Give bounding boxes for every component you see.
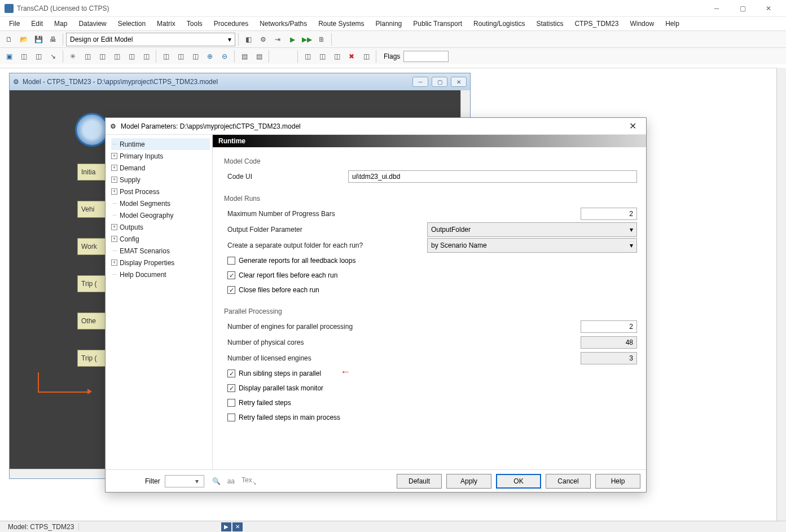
maximize-button[interactable]: ▢: [730, 0, 756, 17]
tree-item[interactable]: Model Geography: [111, 209, 210, 221]
tool-icon-17[interactable]: ✖: [345, 50, 358, 63]
mdi-minimize-button[interactable]: ─: [412, 77, 428, 87]
tool-icon-16[interactable]: ◫: [330, 50, 344, 63]
expand-icon[interactable]: +: [111, 153, 117, 159]
tool-icon-13[interactable]: ▤: [252, 50, 266, 63]
menu-edit[interactable]: Edit: [25, 18, 49, 29]
tool-icon-15[interactable]: ◫: [315, 50, 329, 63]
tool-icon-9[interactable]: ◫: [159, 50, 173, 63]
menu-networks[interactable]: Networks/Paths: [254, 18, 313, 29]
clear-checkbox[interactable]: ✓: [227, 271, 235, 279]
menu-statistics[interactable]: Statistics: [530, 18, 569, 29]
ok-button[interactable]: OK: [496, 474, 541, 489]
menu-matrix[interactable]: Matrix: [151, 18, 181, 29]
fast-forward-icon[interactable]: ▶▶: [300, 33, 314, 46]
model-mode-combo[interactable]: Design or Edit Model ▾: [66, 33, 235, 46]
tool-icon-2[interactable]: ◫: [32, 50, 45, 63]
tool-icon-1[interactable]: ◫: [17, 50, 30, 63]
status-play-icon[interactable]: ▶: [221, 522, 231, 531]
status-close-icon[interactable]: ✕: [232, 522, 243, 531]
menu-file[interactable]: File: [3, 18, 25, 29]
workspace-scrollbar[interactable]: [776, 68, 786, 521]
menu-public-transport[interactable]: Public Transport: [407, 18, 468, 29]
tool-icon-14[interactable]: ◫: [301, 50, 314, 63]
tree-item[interactable]: +Supply: [111, 174, 210, 186]
dialog-close-button[interactable]: ✕: [623, 120, 642, 133]
help-button[interactable]: Help: [595, 474, 640, 489]
tool-icon-11[interactable]: ◫: [188, 50, 202, 63]
tree-item[interactable]: +Outputs: [111, 221, 210, 233]
dialog-titlebar[interactable]: ⚙ Model Parameters: D:\apps\myproject\CT…: [106, 118, 646, 135]
chevron-down-icon[interactable]: ▾: [195, 477, 199, 485]
menu-window[interactable]: Window: [624, 18, 660, 29]
print-icon[interactable]: 🖶: [46, 33, 60, 46]
open-icon[interactable]: 📂: [17, 33, 30, 46]
menu-route-systems[interactable]: Route Systems: [313, 18, 370, 29]
apply-button[interactable]: Apply: [446, 474, 491, 489]
cancel-button[interactable]: Cancel: [546, 474, 591, 489]
menu-tools[interactable]: Tools: [181, 18, 208, 29]
code-ui-input[interactable]: [348, 170, 637, 183]
tool-icon-12[interactable]: ▤: [238, 50, 251, 63]
close-checkbox[interactable]: ✓: [227, 286, 235, 294]
case-icon[interactable]: aa: [227, 477, 235, 485]
toolbar-icon-c[interactable]: 🗎: [315, 33, 328, 46]
select-rect-icon[interactable]: ▣: [2, 50, 16, 63]
save-icon[interactable]: 💾: [32, 33, 45, 46]
tool-icon-10[interactable]: ◫: [174, 50, 187, 63]
default-button[interactable]: Default: [397, 474, 442, 489]
retry-main-checkbox[interactable]: [227, 414, 235, 421]
tree-item[interactable]: +Display Properties: [111, 257, 210, 269]
menu-procedures[interactable]: Procedures: [208, 18, 254, 29]
monitor-checkbox[interactable]: ✓: [227, 384, 235, 392]
expand-icon[interactable]: +: [111, 260, 117, 266]
tree-item[interactable]: +Primary Inputs: [111, 150, 210, 162]
tree-item[interactable]: +Config: [111, 233, 210, 245]
menu-selection[interactable]: Selection: [112, 18, 151, 29]
new-icon[interactable]: 🗋: [2, 33, 16, 46]
engines-input[interactable]: [581, 320, 637, 333]
zoom-in-icon[interactable]: ⊕: [203, 50, 217, 63]
tool-icon-18[interactable]: ◫: [359, 50, 373, 63]
tree-item[interactable]: +Demand: [111, 162, 210, 174]
expand-icon[interactable]: +: [111, 188, 117, 195]
tree-item[interactable]: Model Segments: [111, 197, 210, 209]
sep-folder-select[interactable]: by Scenario Name▾: [427, 238, 637, 253]
tool-icon-5[interactable]: ◫: [95, 50, 109, 63]
model-window-titlebar[interactable]: ⚙ Model - CTPS_TDM23 - D:\apps\myproject…: [10, 73, 470, 90]
expand-icon[interactable]: +: [111, 165, 117, 171]
tool-icon-8[interactable]: ◫: [139, 50, 153, 63]
menu-ctps[interactable]: CTPS_TDM23: [569, 18, 624, 29]
toolbar-icon-a[interactable]: ◧: [241, 33, 255, 46]
reports-checkbox[interactable]: [227, 257, 235, 265]
tool-icon-7[interactable]: ◫: [125, 50, 138, 63]
tool-icon-3[interactable]: ↘: [46, 50, 60, 63]
flags-input[interactable]: [403, 51, 449, 62]
tool-icon-6[interactable]: ◫: [110, 50, 124, 63]
menu-routing[interactable]: Routing/Logistics: [468, 18, 530, 29]
mdi-maximize-button[interactable]: ▢: [432, 77, 447, 87]
mdi-close-button[interactable]: ✕: [451, 77, 467, 87]
close-button[interactable]: ✕: [756, 0, 781, 17]
expand-icon[interactable]: +: [111, 224, 117, 230]
tree-item[interactable]: Runtime: [111, 138, 210, 150]
tree-item[interactable]: EMAT Scenarios: [111, 245, 210, 257]
expand-icon[interactable]: +: [111, 177, 117, 183]
menu-planning[interactable]: Planning: [370, 18, 408, 29]
play-icon[interactable]: ▶: [286, 33, 299, 46]
menu-dataview[interactable]: Dataview: [73, 18, 112, 29]
search-icon[interactable]: 🔍: [212, 477, 221, 485]
tree-item[interactable]: +Post Process: [111, 186, 210, 197]
retry-checkbox[interactable]: [227, 399, 235, 407]
gear2-icon[interactable]: ✳: [66, 50, 80, 63]
gear-icon[interactable]: ⚙: [256, 33, 270, 46]
toolbar-icon-b[interactable]: ⇥: [271, 33, 284, 46]
menu-help[interactable]: Help: [660, 18, 685, 29]
tool-icon-4[interactable]: ◫: [81, 50, 94, 63]
tex-icon[interactable]: Tex↘: [241, 476, 257, 486]
out-folder-select[interactable]: OutputFolder▾: [427, 222, 637, 237]
zoom-out-icon[interactable]: ⊖: [218, 50, 231, 63]
tree-item[interactable]: Help Document: [111, 269, 210, 280]
max-bars-input[interactable]: [581, 208, 637, 220]
menu-map[interactable]: Map: [49, 18, 73, 29]
